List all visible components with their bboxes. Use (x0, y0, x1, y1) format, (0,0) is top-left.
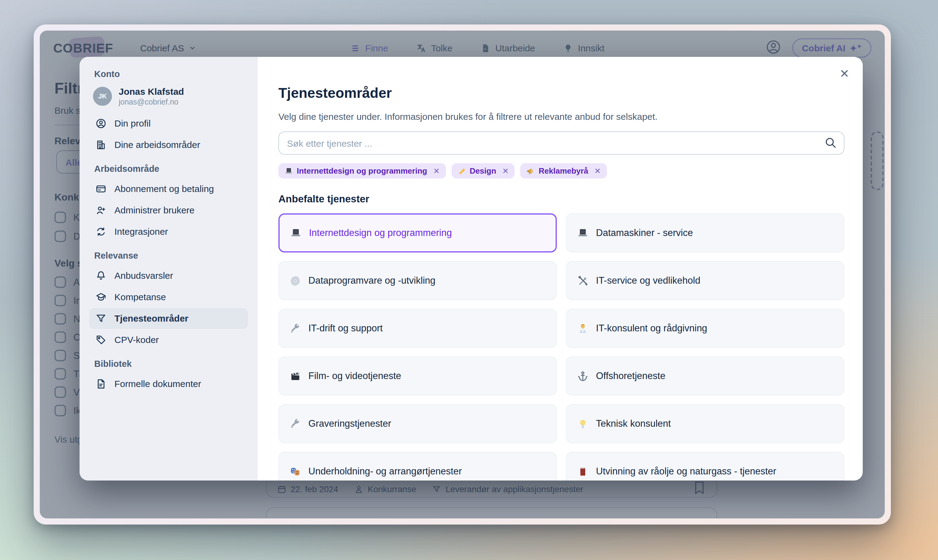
sidebar-item-label: Din profil (114, 118, 151, 129)
service-search (278, 131, 844, 155)
anchor-icon (577, 370, 589, 382)
service-label: Datamaskiner - service (596, 228, 693, 238)
modal-description: Velg dine tjenester under. Informasjonen… (278, 111, 844, 122)
pencil-icon (457, 166, 466, 175)
browser-window-frame: COBRIEF Cobrief AS Finne Tolke (34, 25, 891, 525)
recommended-heading: Anbefalte tjenester (278, 193, 844, 205)
desktop-background: COBRIEF Cobrief AS Finne Tolke (0, 0, 938, 560)
service-grid: Internettdesign og programmering Datamas… (278, 213, 844, 480)
sidebar-item-arbeidsomrader[interactable]: Dine arbeidsområder (89, 134, 248, 155)
remove-tag-icon[interactable]: ✕ (502, 166, 509, 175)
clapperboard-icon (289, 370, 301, 382)
tag-label: Reklamebyrå (539, 166, 588, 175)
service-label: Film- og videotjeneste (309, 371, 401, 382)
tag-icon (96, 334, 106, 345)
sidebar-item-brukere[interactable]: Administrer brukere (89, 200, 248, 221)
service-card[interactable]: Datamaskiner - service (566, 213, 844, 252)
wrench-icon (289, 323, 301, 334)
sidebar-item-label: CPV-koder (114, 335, 159, 345)
laptop-icon (290, 227, 302, 239)
section-title-konto: Konto (94, 69, 248, 79)
sidebar-item-label: Tjenesteområder (114, 313, 188, 324)
megaphone-icon (526, 166, 535, 175)
sidebar-item-label: Abonnement og betaling (114, 184, 214, 194)
service-card[interactable]: Utvinning av råolje og naturgass - tjene… (566, 452, 844, 480)
sidebar-item-label: Administrer brukere (114, 205, 194, 215)
sidebar-item-label: Formelle dokumenter (114, 379, 201, 389)
sidebar-item-tjenesteomrader[interactable]: Tjenesteområder (89, 308, 248, 329)
theater-masks-icon (289, 466, 301, 477)
laptop-icon (577, 227, 589, 239)
service-label: Graveringstjenester (309, 418, 391, 429)
sidebar-item-dokumenter[interactable]: Formelle dokumenter (89, 374, 248, 394)
service-label: Internettdesign og programmering (309, 228, 452, 238)
profile-row: JK Jonas Klafstad jonas@cobrief.no (89, 84, 248, 112)
service-card[interactable]: IT-drift og support (278, 309, 557, 348)
modal-title: Tjenesteområder (278, 85, 844, 102)
laptop-icon (284, 166, 293, 175)
building-icon (96, 139, 106, 151)
cd-icon (289, 275, 301, 286)
service-card[interactable]: IT-service og vedlikehold (566, 261, 844, 300)
remove-tag-icon[interactable]: ✕ (433, 166, 440, 175)
sidebar-item-abonnement[interactable]: Abonnement og betaling (89, 178, 248, 199)
profile-email: jonas@cobrief.no (119, 98, 184, 106)
service-label: IT-service og vedlikehold (596, 275, 700, 286)
service-card[interactable]: Teknisk konsulent (566, 404, 844, 443)
profile-name: Jonas Klafstad (119, 86, 184, 98)
search-icon[interactable] (824, 136, 837, 152)
service-card[interactable]: Underholdning- og arrangørtjenester (278, 452, 557, 480)
service-card[interactable]: Film- og videotjeneste (278, 357, 557, 395)
section-title-arbeidsomrade: Arbeidsområde (94, 164, 248, 174)
app-window: COBRIEF Cobrief AS Finne Tolke (40, 31, 885, 518)
search-input[interactable] (278, 131, 844, 155)
document-icon (96, 378, 106, 389)
remove-tag-icon[interactable]: ✕ (594, 166, 601, 175)
section-title-bibliotek: Bibliotek (94, 359, 248, 369)
modal-content: ✕ Tjenesteområder Velg dine tjenester un… (258, 57, 863, 480)
settings-dialog: Konto JK Jonas Klafstad jonas@cobrief.no… (80, 57, 863, 480)
service-card[interactable]: Internettdesign og programmering (278, 213, 557, 252)
sidebar-item-cpv-koder[interactable]: CPV-koder (89, 329, 248, 350)
settings-sidebar: Konto JK Jonas Klafstad jonas@cobrief.no… (80, 57, 258, 480)
service-label: Dataprogramvare og -utvikling (309, 275, 435, 286)
graduation-cap-icon (96, 292, 106, 303)
user-circle-icon (96, 118, 106, 129)
service-label: Underholdning- og arrangørtjenester (309, 466, 462, 477)
tag-reklamebyra[interactable]: Reklamebyrå ✕ (520, 163, 607, 178)
sidebar-item-label: Anbudsvarsler (114, 271, 173, 281)
user-plus-icon (96, 205, 106, 216)
tag-internettdesign[interactable]: Internettdesign og programmering ✕ (278, 163, 446, 178)
service-card[interactable]: Dataprogramvare og -utvikling (278, 261, 557, 300)
tag-label: Internettdesign og programmering (297, 166, 427, 175)
sidebar-item-din-profil[interactable]: Din profil (89, 113, 248, 134)
oil-barrel-icon (577, 466, 589, 477)
service-label: Offshoretjeneste (596, 371, 665, 382)
sidebar-item-integrasjoner[interactable]: Integrasjoner (89, 221, 248, 242)
selected-tags: Internettdesign og programmering ✕ Desig… (278, 163, 844, 178)
sync-icon (96, 226, 106, 237)
tools-icon (577, 275, 589, 286)
section-title-relevanse: Relevanse (94, 251, 248, 260)
credit-card-icon (96, 183, 106, 194)
service-card[interactable]: Graveringstjenester (278, 404, 557, 443)
avatar: JK (93, 87, 112, 106)
service-card[interactable]: IT-konsulent og rådgivning (566, 309, 844, 348)
funnel-icon (96, 313, 106, 324)
service-card[interactable]: Offshoretjeneste (566, 357, 844, 395)
service-label: IT-konsulent og rådgivning (596, 323, 707, 334)
tag-label: Design (470, 166, 496, 175)
wrench-icon (289, 418, 301, 429)
close-icon[interactable]: ✕ (839, 67, 849, 81)
service-label: Utvinning av råolje og naturgass - tjene… (596, 466, 776, 477)
bell-icon (96, 270, 106, 281)
sidebar-item-kompetanse[interactable]: Kompetanse (89, 287, 248, 308)
tag-design[interactable]: Design ✕ (451, 163, 515, 178)
consultant-icon (577, 323, 589, 334)
sidebar-item-anbudsvarsler[interactable]: Anbudsvarsler (89, 265, 248, 286)
service-label: Teknisk konsulent (596, 418, 671, 429)
sidebar-item-label: Integrasjoner (114, 226, 168, 237)
bulb-icon (577, 418, 589, 429)
sidebar-item-label: Kompetanse (114, 292, 166, 302)
service-label: IT-drift og support (309, 323, 383, 334)
